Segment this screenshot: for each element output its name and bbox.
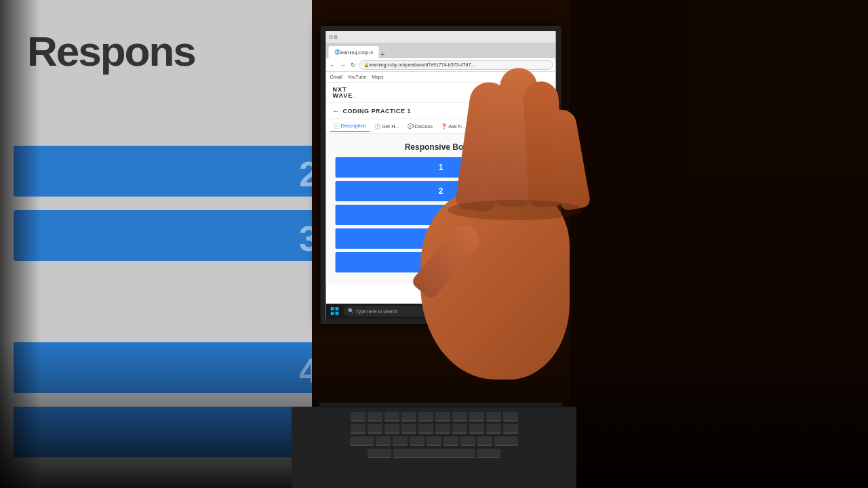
tab-get-hints[interactable]: 🕐 Get H...	[371, 121, 403, 131]
keyboard-row-2	[292, 423, 576, 435]
svg-rect-0	[331, 307, 334, 310]
svg-rect-1	[336, 307, 339, 310]
taskbar-icon-1[interactable]: ⊞	[504, 306, 515, 317]
laptop-screen: ⊟ ⊠ 🌐 learning.ccbp.in + ← → ↻ 🔒 learnin…	[321, 26, 561, 324]
url-text: learning.ccbp.in/questions/d7e91774-b573…	[370, 62, 475, 67]
key	[376, 436, 391, 446]
svg-rect-3	[336, 312, 339, 315]
search-placeholder: Type here to search	[356, 309, 398, 314]
forward-button[interactable]: →	[339, 61, 347, 69]
responsive-box-1[interactable]: 1	[336, 157, 547, 178]
taskbar-search[interactable]: 🔍 Type here to search	[344, 306, 501, 317]
key	[427, 436, 441, 446]
key	[477, 449, 500, 458]
key	[368, 412, 382, 422]
browser-tab[interactable]: 🌐 learning.ccbp.in	[329, 46, 379, 58]
tab-title: learning.ccbp.in	[340, 50, 374, 55]
bookmark-youtube[interactable]: YouTube	[348, 75, 367, 79]
laptop-hinge	[319, 403, 562, 408]
taskbar-icon-4[interactable]: 🔊	[542, 306, 553, 317]
taskbar-icon-2[interactable]: 🌐	[517, 306, 528, 317]
key	[469, 424, 484, 434]
key	[435, 412, 450, 422]
tab-discuss[interactable]: 💬 Discuss	[404, 121, 436, 131]
browser-nav: ← → ↻ 🔒 learning.ccbp.in/questions/d7e91…	[326, 58, 556, 72]
back-button[interactable]: ←	[329, 61, 337, 69]
site-content: Responsive Boxes 1 2 3 4 5	[326, 134, 556, 284]
svg-rect-2	[331, 312, 334, 315]
tabs-bar: 📄 Description 🕐 Get H... 💬 Discuss ❓ Ask…	[326, 119, 556, 134]
start-button[interactable]	[329, 305, 341, 317]
nxtwave-logo: NXT WAVE.	[333, 87, 355, 99]
keyboard-row-4	[292, 447, 576, 460]
key	[410, 436, 425, 446]
url-bar[interactable]: 🔒 learning.ccbp.in/questions/d7e91774-b5…	[359, 60, 553, 70]
key	[452, 412, 467, 422]
content-title: Responsive Boxes	[336, 142, 547, 152]
key	[401, 424, 416, 434]
responsive-box-2[interactable]: 2	[336, 181, 547, 201]
tab-description[interactable]: 📄 Description	[330, 121, 370, 132]
bookmarks-bar: Gmail YouTube Maps	[326, 72, 556, 83]
discuss-icon: 💬	[408, 123, 414, 129]
key	[384, 424, 399, 434]
tab-ask[interactable]: ❓ Ask F...	[437, 121, 469, 131]
key	[418, 412, 433, 422]
key	[477, 436, 492, 446]
new-tab-button[interactable]: +	[381, 51, 385, 58]
bg-box-num-3: 3	[299, 218, 312, 259]
key	[443, 436, 458, 446]
description-icon: 📄	[334, 123, 340, 129]
key	[368, 449, 391, 458]
page-title: CODING PRACTICE 1	[343, 108, 412, 115]
keyboard-area	[292, 407, 576, 488]
key	[418, 424, 433, 434]
back-arrow-icon[interactable]: ←	[333, 107, 340, 115]
browser-topbar: ⊟ ⊠	[326, 31, 556, 43]
tab-favicon: 🌐	[334, 49, 340, 55]
responsive-box-3[interactable]: 3	[336, 205, 547, 225]
reload-button[interactable]: ↻	[349, 61, 357, 69]
taskbar-icons: ⊞ 🌐 📁 🔊	[504, 306, 553, 317]
bg-box-2: 2	[14, 146, 312, 197]
key	[503, 424, 518, 434]
window-controls: ⊟ ⊠	[329, 35, 338, 40]
key	[393, 436, 408, 446]
ask-icon: ❓	[441, 123, 447, 129]
bg-label-text: Respons	[27, 27, 195, 75]
key	[503, 412, 518, 422]
key	[460, 436, 475, 446]
key	[368, 424, 382, 434]
site-header: NXT WAVE.	[326, 83, 556, 103]
browser-tab-bar: 🌐 learning.ccbp.in +	[326, 43, 556, 58]
key	[350, 436, 374, 446]
keyboard-row-3	[292, 435, 576, 447]
key	[486, 412, 501, 422]
hints-icon: 🕐	[374, 123, 380, 129]
logo-wave: WAVE.	[333, 93, 355, 99]
bookmark-maps[interactable]: Maps	[372, 75, 383, 79]
bookmark-gmail[interactable]: Gmail	[330, 75, 342, 79]
key	[401, 412, 416, 422]
key	[469, 412, 484, 422]
key	[351, 424, 366, 434]
keyboard-row-1	[292, 411, 576, 423]
key	[435, 424, 450, 434]
key-spacebar	[393, 449, 475, 458]
bg-box-num-2: 2	[299, 154, 312, 195]
secure-icon: 🔒	[363, 62, 370, 68]
key	[486, 424, 501, 434]
key	[351, 412, 366, 422]
key	[452, 424, 467, 434]
page-title-bar: ← CODING PRACTICE 1	[326, 103, 556, 119]
taskbar-icon-3[interactable]: 📁	[530, 306, 540, 317]
windows-icon	[331, 307, 339, 315]
responsive-box-4[interactable]: 4	[336, 228, 547, 249]
taskbar: 🔍 Type here to search ⊞ 🌐 📁 🔊	[326, 304, 556, 319]
search-icon: 🔍	[348, 308, 354, 314]
key	[494, 436, 518, 446]
responsive-box-5[interactable]: 5	[336, 252, 547, 272]
bg-box-3: 3	[14, 210, 312, 261]
key	[384, 412, 399, 422]
